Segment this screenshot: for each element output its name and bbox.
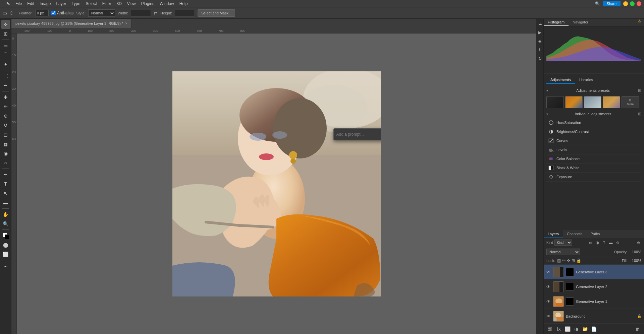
layer-visibility-bg[interactable]: 👁 [546,314,551,319]
height-input[interactable] [175,10,195,16]
tab-channels[interactable]: Channels [563,230,586,238]
hand-tool[interactable]: ✋ [1,210,10,219]
layer-row-gen1[interactable]: 👁 Generative Layer 1 [544,294,644,309]
preset-thumb-3[interactable] [584,96,601,108]
tab-histogram[interactable]: Histogram [544,19,569,26]
minimize-button[interactable] [623,1,628,6]
layer-row-background[interactable]: 👁 Background 🔒 [544,309,644,324]
adj-presets-grid-icon[interactable]: ⊞ [638,88,641,93]
canvas-wrapper[interactable]: -200-1000100200300400500600700800 010020… [11,28,536,334]
maximize-button[interactable] [630,1,635,6]
play-icon[interactable]: ▶ [537,29,543,36]
move-tool[interactable]: ✛ [1,20,10,29]
lasso-tool[interactable]: ⌒ [1,51,10,59]
foreground-color[interactable] [1,231,10,240]
lock-all-icon[interactable]: 🔒 [576,258,581,263]
ind-adj-grid-icon[interactable]: ⊞ [638,112,641,116]
layer-visibility-gen3[interactable]: 👁 [546,270,551,274]
add-style-button[interactable]: fx [555,325,562,333]
quick-mask-tool[interactable]: ⬤ [1,241,10,249]
search-icon[interactable]: 🔍 [595,1,600,6]
filter-type-icon[interactable]: T [601,240,607,245]
add-adjustment-button[interactable]: ◑ [573,325,580,333]
new-group-button[interactable]: 📁 [581,325,589,333]
zoom-tool[interactable]: 🔍 [1,219,10,228]
history-icon[interactable]: ↻ [537,56,543,62]
path-selection-tool[interactable]: ↖ [1,189,10,198]
filter-shape-icon[interactable]: ▬ [608,240,613,245]
adj-brightness-contrast[interactable]: Brightness/Contrast [546,127,641,136]
preset-thumb-4[interactable] [603,96,620,108]
screen-mode-tool[interactable]: ⬜ [1,250,10,259]
info-icon[interactable]: ℹ [537,47,543,53]
menu-3d[interactable]: 3D [114,1,124,6]
learn-icon[interactable]: ◈ [537,38,543,44]
shape-tool[interactable]: ▬ [1,198,10,207]
eyedropper-tool[interactable]: ✒ [1,81,10,90]
stamp-tool[interactable]: ⊙ [1,112,10,120]
adj-curves[interactable]: Curves [546,136,641,145]
artboard-tool[interactable]: ⊞ [1,29,10,38]
layer-row-gen2[interactable]: 👁 Generative Layer 2 [544,279,644,294]
cloud-sync-icon[interactable]: ☁ [537,21,543,27]
tab-paths[interactable]: Paths [587,230,604,238]
crop-tool[interactable]: ⛶ [1,72,10,80]
kind-filter-select[interactable]: Kind Name Effect [554,240,572,246]
layer-visibility-gen2[interactable]: 👁 [546,284,551,289]
history-brush-tool[interactable]: ↺ [1,121,10,130]
dodge-tool[interactable]: ○ [1,158,10,167]
link-layers-button[interactable]: ⛓ [546,325,554,333]
filter-toggle[interactable]: ⊗ [636,240,641,245]
feather-input[interactable] [35,10,49,16]
width-input[interactable] [131,10,151,16]
filter-adj-icon[interactable]: ◑ [595,240,600,245]
delete-layer-button[interactable]: 🗑 [634,325,641,333]
adj-presets-header[interactable]: ▾ Adjustments presets ⊞ [546,87,641,94]
blur-tool[interactable]: ◉ [1,149,10,158]
adj-exposure[interactable]: Exposure [546,173,641,182]
preset-thumb-2[interactable] [565,96,583,108]
menu-edit[interactable]: Edit [24,1,37,6]
type-tool[interactable]: T [1,180,10,188]
blend-mode-select[interactable]: Normal Multiply Screen Overlay [546,249,580,255]
marquee-rect-tool[interactable]: ▭ [1,41,10,50]
adj-color-balance[interactable]: Color Balance [546,154,641,163]
gen-fill-input[interactable] [336,132,381,137]
filter-pixel-icon[interactable]: ▭ [588,240,593,245]
pen-tool[interactable]: ✒ [1,170,10,179]
menu-plugins[interactable]: Plugins [139,1,157,6]
menu-view[interactable]: View [124,1,139,6]
healing-tool[interactable]: ✚ [1,93,10,102]
add-mask-button[interactable]: ⬜ [564,325,571,333]
menu-window[interactable]: Window [157,1,177,6]
lock-position-icon[interactable]: ✛ [567,258,570,263]
tab-navigator[interactable]: Navigator [569,19,592,26]
share-button[interactable]: Share [603,1,621,6]
tab-layers[interactable]: Layers [544,230,563,238]
close-button[interactable] [637,1,641,6]
menu-file[interactable]: File [13,1,24,6]
tab-libraries[interactable]: Libraries [575,76,597,84]
menu-layer[interactable]: Layer [53,1,69,6]
menu-ps[interactable]: Ps [3,1,13,6]
adj-black-white[interactable]: Black & White [546,163,641,173]
menu-image[interactable]: Image [37,1,53,6]
canvas-image[interactable]: ‹ 1/1 › ⚡ Generate 👍 👎 🚩 ⋯ [172,71,381,296]
tab-adjustments[interactable]: Adjustments [546,76,575,84]
tab-close-button[interactable]: × [125,21,127,26]
adj-hue-saturation[interactable]: Hue/Saturation [546,118,641,127]
filter-smart-icon[interactable]: ⊙ [615,240,620,245]
menu-select[interactable]: Select [83,1,99,6]
menu-filter[interactable]: Filter [100,1,114,6]
brush-tool[interactable]: ✏ [1,102,10,111]
menu-type[interactable]: Type [69,1,83,6]
swap-icon[interactable]: ⇄ [154,10,158,16]
select-mask-button[interactable]: Select and Mask... [198,9,235,17]
magic-wand-tool[interactable]: ✦ [1,60,10,69]
anti-alias-checkbox[interactable] [51,11,56,15]
lock-pixels-icon[interactable]: ▨ [557,258,561,263]
preset-thumb-1[interactable] [546,96,564,108]
eraser-tool[interactable]: ◻ [1,130,10,139]
adj-levels[interactable]: Levels [546,145,641,154]
lock-image-icon[interactable]: ✏ [562,258,566,263]
